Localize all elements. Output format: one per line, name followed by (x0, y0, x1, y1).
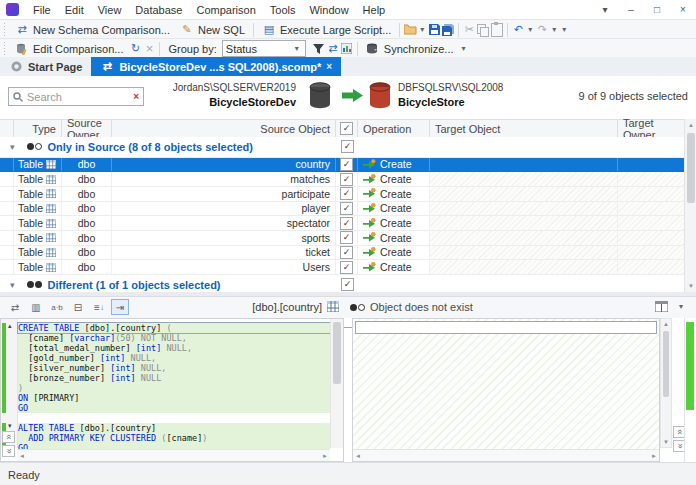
table-row[interactable]: Tabledbomatches✓Create (0, 172, 684, 187)
row-checkbox[interactable]: ✓ (340, 158, 353, 171)
sync-direction-arrow-icon (342, 89, 363, 102)
redo-icon[interactable]: ↷ (535, 23, 549, 37)
source-horizontal-scrollbar[interactable]: ◄ ► (17, 449, 330, 461)
minimize-button[interactable]: – (618, 4, 644, 15)
grid-vertical-scrollbar[interactable]: ▲ ▼ (684, 119, 696, 292)
row-checkbox[interactable]: ✓ (340, 187, 353, 200)
menu-file[interactable]: File (26, 2, 58, 18)
toolbar-grip[interactable] (2, 42, 7, 56)
save-all-icon[interactable] (441, 23, 455, 37)
create-operation-icon (363, 247, 376, 258)
menu-tools[interactable]: Tools (263, 2, 303, 18)
target-ddl-pane[interactable]: ◄ ► (352, 318, 660, 462)
synchronize-button[interactable]: Synchronize... (361, 41, 459, 57)
table-row[interactable]: Tabledbosports✓Create (0, 231, 684, 246)
row-indicator-cell (0, 246, 14, 260)
format-indent-icon[interactable]: ⇥ (111, 299, 129, 315)
header-source-owner[interactable]: Source Owner (62, 120, 112, 137)
row-checkbox[interactable]: ✓ (340, 246, 353, 259)
ignore-case-icon[interactable]: a·b (48, 299, 66, 315)
row-checkbox[interactable]: ✓ (340, 231, 353, 244)
group-by-select[interactable]: Status ▾ (222, 40, 306, 57)
select-all-checkbox[interactable]: ✓ (340, 122, 353, 135)
operation-cell: Create (358, 172, 430, 186)
copy-icon[interactable] (476, 23, 490, 37)
row-checkbox[interactable]: ✓ (340, 261, 353, 274)
target-horizontal-scrollbar[interactable]: ◄ ► (353, 449, 659, 461)
table-row[interactable]: TabledboUsers✓Create (0, 260, 684, 275)
toolbar-overflow-icon[interactable]: ▾ (592, 4, 618, 15)
maximize-button[interactable]: □ (644, 4, 670, 15)
show-markers-icon[interactable]: ▥ (27, 299, 45, 315)
scroll-left-icon[interactable]: ◄ (355, 453, 361, 459)
row-checkbox[interactable]: ✓ (340, 202, 353, 215)
pane-layout-icon[interactable] (655, 301, 668, 312)
group-checkbox[interactable]: ✓ (341, 140, 354, 153)
tab-close-icon[interactable]: × (326, 61, 332, 72)
header-target-owner[interactable]: Target Owner (618, 120, 684, 137)
table-row[interactable]: Tabledboticket✓Create (0, 246, 684, 261)
paste-icon[interactable] (490, 23, 504, 37)
swap-source-target-icon[interactable]: ⇄ (326, 42, 340, 56)
collapse-chevron-icon[interactable]: ▾ (10, 280, 15, 290)
header-source-object[interactable]: Source Object (112, 120, 336, 137)
undo-dropdown-icon[interactable]: ▾ (525, 25, 535, 34)
save-icon[interactable] (427, 23, 441, 37)
redo-dropdown-icon[interactable]: ▾ (549, 25, 559, 34)
menu-database[interactable]: Database (128, 2, 189, 18)
new-sql-button[interactable]: ✎ New SQL (175, 22, 250, 38)
cut-icon[interactable]: ✂ (462, 23, 476, 37)
group-row[interactable]: ▾Only in Source (8 of 8 objects selected… (0, 137, 684, 158)
status-bar: Ready (0, 462, 696, 485)
diff-overview-ruler[interactable] (684, 318, 695, 462)
toolbar-grip[interactable] (2, 23, 7, 37)
table-row[interactable]: Tabledbocountry✓Create (0, 158, 684, 173)
menu-edit[interactable]: Edit (58, 2, 91, 18)
tab-schema-comparison[interactable]: ⇄ BicycleStoreDev ...s SQL2008).scomp* × (91, 57, 341, 76)
synchronize-dropdown-icon[interactable]: ▾ (459, 44, 469, 53)
row-checkbox[interactable]: ✓ (340, 173, 353, 186)
header-type[interactable]: Type (14, 120, 62, 137)
sort-lines-icon[interactable]: ≡↓ (90, 299, 108, 315)
open-file-dropdown-icon[interactable]: ▾ (417, 25, 427, 34)
menu-help[interactable]: Help (356, 2, 393, 18)
group-checkbox[interactable]: ✓ (341, 278, 354, 291)
new-schema-comparison-button[interactable]: ⇄ New Schema Comparison... (10, 22, 175, 38)
fold-up-icon[interactable]: ▴ (8, 322, 12, 330)
toolbar-options-icon[interactable]: ▾ (559, 25, 569, 34)
table-row[interactable]: Tabledboplayer✓Create (0, 202, 684, 217)
row-checkbox[interactable]: ✓ (340, 217, 353, 230)
comparison-report-icon[interactable] (340, 42, 354, 56)
scroll-right-icon[interactable]: ► (651, 453, 657, 459)
source-vertical-scrollbar[interactable] (330, 319, 343, 448)
header-operation[interactable]: Operation (358, 120, 430, 137)
tab-start-page[interactable]: Start Page (0, 57, 91, 76)
scroll-left-icon[interactable]: ◄ (19, 453, 25, 459)
target-vertical-scrollbar[interactable]: ▲ ▼ (660, 318, 672, 448)
source-ddl-pane[interactable]: ▴▾ CREATE TABLE [dbo].[country] ( [cname… (0, 318, 344, 462)
menu-window[interactable]: Window (302, 2, 355, 18)
undo-icon[interactable]: ↶ (511, 23, 525, 37)
pane-layout-dropdown-icon[interactable]: ▾ (676, 302, 686, 311)
cancel-refresh-icon[interactable]: × (142, 42, 156, 56)
header-target-object[interactable]: Target Object (430, 120, 618, 137)
refresh-ddl-comparison-icon[interactable]: ⇄ (6, 299, 24, 315)
execute-large-script-button[interactable]: ▤ Execute Large Script... (257, 22, 396, 38)
collapse-chevron-icon[interactable]: ▾ (10, 142, 15, 152)
edit-comparison-button[interactable]: Edit Comparison... (10, 41, 128, 57)
menu-view[interactable]: View (91, 2, 129, 18)
fold-down-icon[interactable]: ▾ (8, 422, 12, 430)
target-object-cell (430, 216, 618, 230)
ignore-whitespace-icon[interactable]: ⊟ (69, 299, 87, 315)
next-difference-button[interactable]: « (2, 445, 15, 457)
scroll-right-icon[interactable]: ► (322, 453, 328, 459)
table-row[interactable]: Tabledbospectator✓Create (0, 216, 684, 231)
table-row[interactable]: Tabledboparticipate✓Create (0, 187, 684, 202)
filter-icon[interactable] (312, 42, 326, 56)
close-button[interactable]: × (670, 4, 696, 15)
open-file-icon[interactable] (403, 23, 417, 37)
previous-difference-button[interactable]: « (2, 431, 15, 443)
refresh-comparison-icon[interactable]: ↻ (128, 42, 142, 56)
menu-comparison[interactable]: Comparison (189, 2, 262, 18)
source-sql-code[interactable]: CREATE TABLE [dbo].[country] ( [cname] [… (18, 323, 330, 453)
